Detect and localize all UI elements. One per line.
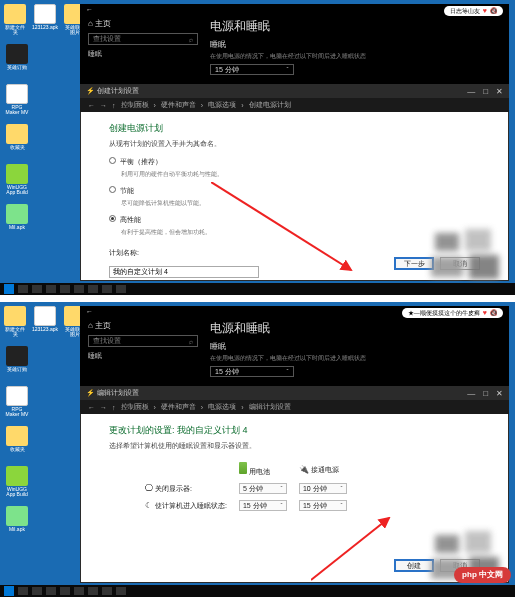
chevron-down-icon: ˅ xyxy=(286,66,289,73)
crumb-current: 创建电源计划 xyxy=(249,100,291,110)
radio-balanced[interactable]: 平衡（推荐） xyxy=(109,157,480,167)
search-input[interactable]: 查找设置 ⌕ xyxy=(88,33,198,45)
chevron-down-icon: ˅ xyxy=(280,485,283,492)
radio-desc: 利用可用的硬件自动平衡功耗与性能。 xyxy=(121,170,223,179)
col-battery: 用电池 xyxy=(233,459,293,480)
radio-highperf[interactable]: 高性能 xyxy=(109,215,480,225)
home-link[interactable]: ⌂ 主页 xyxy=(88,320,198,331)
window-title: ⚡ 编辑计划设置 xyxy=(86,388,139,398)
crumb[interactable]: 电源选项 xyxy=(208,402,236,412)
nav-fwd[interactable]: → xyxy=(100,404,107,411)
desktop-app[interactable]: RPG Maker MV xyxy=(4,386,30,420)
back-button[interactable]: ← xyxy=(86,308,93,318)
section-hint: 在使用电源的情况下，电脑在经过以下时间后进入睡眠状态 xyxy=(210,354,501,363)
crumb-current: 编辑计划设置 xyxy=(249,402,291,412)
desktop-app[interactable]: WinUGG App Build xyxy=(4,466,30,500)
row-label-display: 关闭显示器: xyxy=(155,485,192,492)
display-plugged-select[interactable]: 10 分钟˅ xyxy=(299,483,347,494)
screenshot-1: 新建文件夹 123123.apk 英雄联盟图片 英雄订购 RPG Maker M… xyxy=(0,0,515,295)
section-title: 睡眠 xyxy=(210,341,501,352)
settings-window: ← 日志等山友 ♥ 🔇 ⌂ 主页 查找设置 ⌕ 睡眠 电源和睡眠 睡眠 在使用电… xyxy=(80,4,509,84)
panel-heading: 创建电源计划 xyxy=(109,122,480,135)
radio-powersave[interactable]: 节能 xyxy=(109,186,480,196)
sleep-icon: ☾ xyxy=(145,501,155,510)
sleep-battery-select[interactable]: 15 分钟˅ xyxy=(239,500,287,511)
heart-icon: ♥ xyxy=(483,308,487,318)
maximize-button[interactable]: □ xyxy=(483,389,488,398)
svg-line-1 xyxy=(311,518,389,580)
annotation-arrow xyxy=(311,514,401,584)
desktop-file[interactable]: 123123.apk xyxy=(32,306,58,340)
crumb[interactable]: 控制面板 xyxy=(121,100,149,110)
close-button[interactable]: ✕ xyxy=(496,389,503,398)
notification-pill[interactable]: 日志等山友 ♥ 🔇 xyxy=(444,6,503,16)
desktop-app[interactable]: Mil.apk xyxy=(4,506,30,540)
crumb[interactable]: 电源选项 xyxy=(208,100,236,110)
close-button[interactable]: ✕ xyxy=(496,87,503,96)
nav-up[interactable]: ↑ xyxy=(112,102,116,109)
taskbar[interactable] xyxy=(0,283,515,295)
sidebar-item-sleep[interactable]: 睡眠 xyxy=(88,351,198,361)
start-button[interactable] xyxy=(4,586,14,596)
maximize-button[interactable]: □ xyxy=(483,87,488,96)
settings-window: ← ★—顺便摸摸这个的牛皮癣 ♥ 🔇 ⌂ 主页 查找设置⌕ 睡眠 电源和睡眠 睡… xyxy=(80,306,509,386)
nav-back[interactable]: ← xyxy=(88,102,95,109)
panel-sub: 选择希望计算机使用的睡眠设置和显示器设置。 xyxy=(109,441,480,451)
radio-desc: 有利于提高性能，但会增加功耗。 xyxy=(121,228,211,237)
sleep-plugged-select[interactable]: 15 分钟˅ xyxy=(299,500,347,511)
back-button[interactable]: ← xyxy=(86,6,93,16)
watermark: php 中文网 xyxy=(454,567,511,583)
desktop-folder[interactable]: 收藏夹 xyxy=(4,124,30,158)
start-button[interactable] xyxy=(4,284,14,294)
desktop-file[interactable]: 123123.apk xyxy=(32,4,58,38)
desktop-folder[interactable]: 收藏夹 xyxy=(4,426,30,460)
plan-name-input[interactable] xyxy=(109,266,259,278)
chevron-down-icon: ˅ xyxy=(286,368,289,375)
heart-icon: ♥ xyxy=(483,6,487,16)
settings-sidebar: ⌂ 主页 查找设置⌕ 睡眠 xyxy=(88,320,198,377)
page-title: 电源和睡眠 xyxy=(210,18,501,35)
desktop-folder[interactable]: 新建文件夹 xyxy=(4,306,26,340)
crumb[interactable]: 控制面板 xyxy=(121,402,149,412)
nav-up[interactable]: ↑ xyxy=(112,404,116,411)
desktop-app[interactable]: RPG Maker MV xyxy=(4,84,30,118)
desktop-app[interactable]: 英雄订购 xyxy=(4,44,30,78)
page-title: 电源和睡眠 xyxy=(210,320,501,337)
desktop-folder[interactable]: 新建文件夹 xyxy=(4,4,26,38)
display-battery-select[interactable]: 5 分钟˅ xyxy=(239,483,287,494)
panel-sub: 从现有计划的设置入手并为其命名。 xyxy=(109,139,480,149)
desktop-icons: 新建文件夹 123123.apk 英雄联盟图片 英雄订购 RPG Maker M… xyxy=(4,306,64,540)
settings-sidebar: ⌂ 主页 查找设置 ⌕ 睡眠 xyxy=(88,18,198,75)
search-input[interactable]: 查找设置⌕ xyxy=(88,335,198,347)
notification-pill[interactable]: ★—顺便摸摸这个的牛皮癣 ♥ 🔇 xyxy=(402,308,503,318)
nav-back[interactable]: ← xyxy=(88,404,95,411)
desktop-app[interactable]: 英雄订购 xyxy=(4,346,30,380)
settings-main: 电源和睡眠 睡眠 在使用电源的情况下，电脑在经过以下时间后进入睡眠状态 15 分… xyxy=(210,320,501,377)
sidebar-item-sleep[interactable]: 睡眠 xyxy=(88,49,198,59)
window-title: ⚡ 创建计划设置 xyxy=(86,86,139,96)
sleep-timeout-select[interactable]: 15 分钟 ˅ xyxy=(210,64,294,75)
sound-icon: 🔇 xyxy=(490,308,497,318)
desktop-app[interactable]: Mil.apk xyxy=(4,204,30,238)
search-icon: ⌕ xyxy=(189,338,193,345)
chevron-down-icon: ˅ xyxy=(340,502,343,509)
search-icon: ⌕ xyxy=(189,36,193,43)
home-link[interactable]: ⌂ 主页 xyxy=(88,18,198,29)
panel-heading: 更改计划的设置: 我的自定义计划 4 xyxy=(109,424,480,437)
taskbar[interactable] xyxy=(0,585,515,597)
row-label-sleep: 使计算机进入睡眠状态: xyxy=(155,502,227,509)
crumb[interactable]: 硬件和声音 xyxy=(161,100,196,110)
blur-overlay xyxy=(425,227,515,283)
sleep-timeout-select[interactable]: 15 分钟 ˅ xyxy=(210,366,294,377)
col-plugged: 🔌 接通电源 xyxy=(293,459,353,480)
nav-fwd[interactable]: → xyxy=(100,102,107,109)
display-icon: 🖵 xyxy=(145,484,155,493)
minimize-button[interactable]: — xyxy=(467,87,475,96)
breadcrumb: ← → ↑ 控制面板› 硬件和声音› 电源选项› 编辑计划设置 xyxy=(80,400,509,414)
crumb[interactable]: 硬件和声音 xyxy=(161,402,196,412)
minimize-button[interactable]: — xyxy=(467,389,475,398)
sound-icon: 🔇 xyxy=(490,6,497,16)
desktop-app[interactable]: WinUGG App Build xyxy=(4,164,30,198)
plug-icon: 🔌 xyxy=(299,465,309,474)
settings-table: 用电池 🔌 接通电源 🖵关闭显示器: 5 分钟˅ 10 分钟˅ ☾使计算机进入睡… xyxy=(139,459,353,514)
